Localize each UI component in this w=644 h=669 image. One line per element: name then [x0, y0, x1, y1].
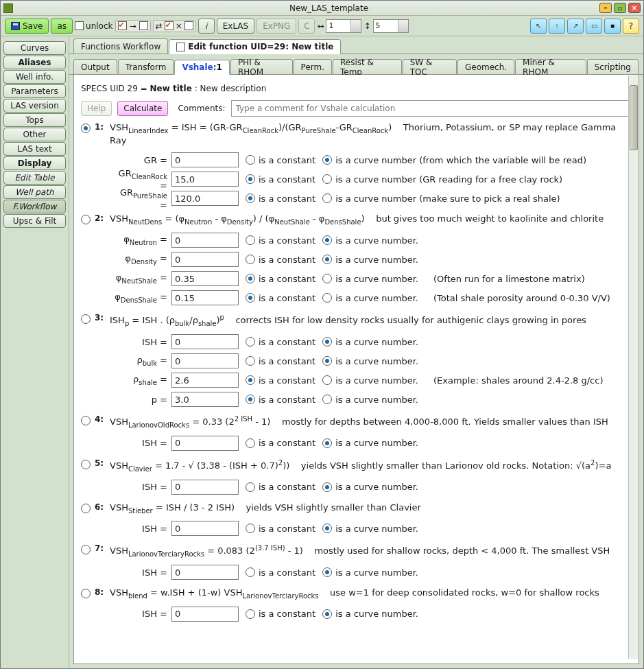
sidebar-lastext[interactable]: LAS text [3, 142, 66, 156]
curve-radio[interactable] [322, 375, 332, 385]
curve-radio[interactable] [322, 235, 332, 245]
sidebar-aliases[interactable]: Aliases [3, 56, 66, 69]
const-radio[interactable] [246, 193, 255, 203]
curve-radio[interactable] [322, 609, 332, 619]
const-radio[interactable] [246, 293, 255, 303]
param-input[interactable] [171, 233, 239, 248]
const-radio[interactable] [246, 482, 255, 492]
toggle3-checkbox[interactable] [165, 21, 174, 30]
scrollbar[interactable] [628, 75, 638, 659]
curve-radio[interactable] [322, 524, 332, 533]
subtab-swtoc[interactable]: SW & TOC [403, 59, 457, 74]
curve-radio[interactable] [322, 174, 332, 184]
param-input[interactable] [171, 607, 239, 622]
const-radio[interactable] [246, 174, 255, 184]
arrow-up-button[interactable]: ↑ [549, 19, 565, 34]
param-input[interactable] [171, 373, 239, 388]
comments-input[interactable] [231, 100, 632, 117]
method-7-radio[interactable] [81, 545, 91, 554]
subtab-transform[interactable]: Transform [118, 59, 174, 74]
horiz-spinbox[interactable]: 1 [326, 19, 361, 33]
const-radio[interactable] [246, 524, 255, 533]
sidebar-wellpath[interactable]: Well path [3, 185, 66, 199]
param-input[interactable] [171, 353, 239, 368]
sidebar-tops[interactable]: Tops [3, 113, 66, 127]
unlock-checkbox[interactable] [75, 21, 84, 30]
curve-radio[interactable] [322, 567, 332, 577]
const-radio[interactable] [246, 356, 255, 366]
edit-tab-checkbox[interactable] [176, 43, 185, 51]
sidebar-curves[interactable]: Curves [3, 41, 66, 55]
param-input[interactable] [171, 290, 239, 305]
subtab-geomech[interactable]: Geomech. [457, 59, 514, 74]
method-5-radio[interactable] [81, 460, 91, 469]
const-radio[interactable] [246, 609, 255, 619]
maximize-button[interactable]: ▫ [614, 3, 626, 13]
curve-radio[interactable] [322, 193, 332, 203]
save-as-button[interactable]: as [51, 19, 73, 34]
subtab-scripting[interactable]: Scripting [587, 59, 639, 74]
param-input[interactable] [171, 521, 239, 536]
exlas-button[interactable]: ExLAS [217, 19, 254, 34]
param-input[interactable] [171, 436, 239, 451]
method-3-radio[interactable] [81, 314, 91, 324]
minimize-button[interactable]: – [599, 3, 612, 13]
scrollbar-thumb[interactable] [630, 85, 638, 150]
curve-radio[interactable] [322, 293, 332, 303]
const-radio[interactable] [246, 274, 255, 283]
param-input[interactable] [171, 334, 239, 349]
const-radio[interactable] [246, 235, 255, 245]
tab-edit-function[interactable]: Edit function UID=29: New title [169, 39, 341, 54]
param-input[interactable] [171, 191, 239, 206]
curve-radio[interactable] [322, 337, 332, 347]
curve-radio[interactable] [322, 395, 332, 404]
const-radio[interactable] [246, 567, 255, 577]
const-radio[interactable] [246, 155, 255, 165]
stop-button[interactable]: ■ [604, 19, 621, 34]
const-radio[interactable] [246, 255, 255, 264]
const-radio[interactable] [246, 337, 255, 347]
param-input[interactable] [171, 480, 239, 495]
toggle2-checkbox[interactable] [139, 21, 148, 30]
subtab-phirhom[interactable]: PHI & RHOM [230, 59, 293, 74]
save-button[interactable]: Save [5, 19, 49, 34]
vert-spinbox[interactable]: 5 [373, 19, 409, 33]
subtab-resisttemp[interactable]: Resist & Temp [333, 59, 402, 74]
param-input[interactable] [171, 392, 239, 407]
sidebar-fworkflow[interactable]: F.Workflow [3, 200, 66, 213]
info-button[interactable]: i [198, 19, 215, 34]
method-1-radio[interactable] [81, 124, 91, 133]
sidebar-wellinfo[interactable]: Well info. [3, 70, 66, 84]
subtab-perm[interactable]: Perm. [294, 59, 332, 74]
sidebar-upscfilt[interactable]: Upsc & Filt [3, 214, 66, 228]
window-button[interactable]: ▭ [586, 19, 602, 34]
curve-radio[interactable] [322, 482, 332, 492]
method-8-radio[interactable] [81, 589, 91, 598]
param-input[interactable] [171, 152, 239, 167]
curve-radio[interactable] [322, 255, 332, 264]
toggle4-checkbox[interactable] [184, 21, 193, 30]
param-input[interactable] [171, 565, 239, 580]
calculate-button[interactable]: Calculate [117, 101, 168, 116]
sidebar-display[interactable]: Display [3, 156, 66, 170]
method-4-radio[interactable] [81, 416, 91, 425]
curve-radio[interactable] [322, 356, 332, 366]
curve-radio[interactable] [322, 438, 332, 448]
method-6-radio[interactable] [81, 504, 91, 513]
arrow-ne-button[interactable]: ↗ [567, 19, 584, 34]
curve-radio[interactable] [322, 274, 332, 283]
sidebar-lasversion[interactable]: LAS version [3, 99, 66, 113]
param-input[interactable] [171, 252, 239, 267]
const-radio[interactable] [246, 375, 255, 385]
const-radio[interactable] [246, 438, 255, 448]
toggle1-checkbox[interactable] [118, 21, 127, 30]
sidebar-parameters[interactable]: Parameters [3, 84, 66, 98]
sidebar-edittable[interactable]: Edit Table [3, 171, 66, 185]
help-button[interactable]: ? [623, 19, 639, 34]
param-input[interactable] [171, 172, 239, 187]
close-button[interactable]: × [628, 3, 641, 13]
subtab-minerrhom[interactable]: Miner & RHOM [515, 59, 586, 74]
subtab-output[interactable]: Output [73, 59, 117, 74]
const-radio[interactable] [246, 395, 255, 404]
param-input[interactable] [171, 271, 239, 286]
